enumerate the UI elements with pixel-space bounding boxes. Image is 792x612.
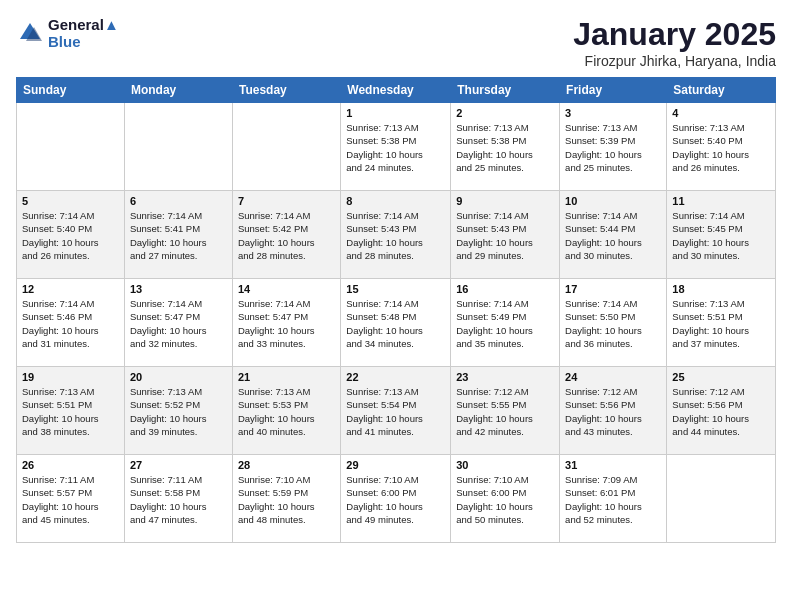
calendar-cell: 9Sunrise: 7:14 AMSunset: 5:43 PMDaylight… bbox=[451, 191, 560, 279]
day-number: 15 bbox=[346, 283, 445, 295]
day-info: Sunrise: 7:13 AMSunset: 5:52 PMDaylight:… bbox=[130, 385, 227, 438]
day-number: 2 bbox=[456, 107, 554, 119]
day-number: 13 bbox=[130, 283, 227, 295]
calendar-week-4: 19Sunrise: 7:13 AMSunset: 5:51 PMDayligh… bbox=[17, 367, 776, 455]
day-info: Sunrise: 7:14 AMSunset: 5:47 PMDaylight:… bbox=[130, 297, 227, 350]
day-info: Sunrise: 7:11 AMSunset: 5:57 PMDaylight:… bbox=[22, 473, 119, 526]
title-block: January 2025 Firozpur Jhirka, Haryana, I… bbox=[573, 16, 776, 69]
day-number: 16 bbox=[456, 283, 554, 295]
day-number: 4 bbox=[672, 107, 770, 119]
calendar-cell: 7Sunrise: 7:14 AMSunset: 5:42 PMDaylight… bbox=[232, 191, 340, 279]
day-number: 7 bbox=[238, 195, 335, 207]
day-number: 18 bbox=[672, 283, 770, 295]
day-info: Sunrise: 7:14 AMSunset: 5:49 PMDaylight:… bbox=[456, 297, 554, 350]
col-header-tuesday: Tuesday bbox=[232, 78, 340, 103]
day-number: 31 bbox=[565, 459, 661, 471]
day-info: Sunrise: 7:11 AMSunset: 5:58 PMDaylight:… bbox=[130, 473, 227, 526]
day-info: Sunrise: 7:14 AMSunset: 5:40 PMDaylight:… bbox=[22, 209, 119, 262]
day-number: 21 bbox=[238, 371, 335, 383]
day-info: Sunrise: 7:14 AMSunset: 5:42 PMDaylight:… bbox=[238, 209, 335, 262]
day-number: 27 bbox=[130, 459, 227, 471]
calendar-cell: 21Sunrise: 7:13 AMSunset: 5:53 PMDayligh… bbox=[232, 367, 340, 455]
calendar-cell: 3Sunrise: 7:13 AMSunset: 5:39 PMDaylight… bbox=[560, 103, 667, 191]
day-number: 5 bbox=[22, 195, 119, 207]
day-number: 19 bbox=[22, 371, 119, 383]
col-header-monday: Monday bbox=[124, 78, 232, 103]
calendar-cell: 2Sunrise: 7:13 AMSunset: 5:38 PMDaylight… bbox=[451, 103, 560, 191]
calendar-cell: 22Sunrise: 7:13 AMSunset: 5:54 PMDayligh… bbox=[341, 367, 451, 455]
day-info: Sunrise: 7:14 AMSunset: 5:45 PMDaylight:… bbox=[672, 209, 770, 262]
calendar-cell: 13Sunrise: 7:14 AMSunset: 5:47 PMDayligh… bbox=[124, 279, 232, 367]
day-number: 20 bbox=[130, 371, 227, 383]
calendar-cell: 24Sunrise: 7:12 AMSunset: 5:56 PMDayligh… bbox=[560, 367, 667, 455]
day-info: Sunrise: 7:14 AMSunset: 5:47 PMDaylight:… bbox=[238, 297, 335, 350]
day-info: Sunrise: 7:14 AMSunset: 5:50 PMDaylight:… bbox=[565, 297, 661, 350]
day-info: Sunrise: 7:14 AMSunset: 5:41 PMDaylight:… bbox=[130, 209, 227, 262]
calendar-cell: 31Sunrise: 7:09 AMSunset: 6:01 PMDayligh… bbox=[560, 455, 667, 543]
day-info: Sunrise: 7:13 AMSunset: 5:51 PMDaylight:… bbox=[672, 297, 770, 350]
day-number: 3 bbox=[565, 107, 661, 119]
calendar-week-1: 1Sunrise: 7:13 AMSunset: 5:38 PMDaylight… bbox=[17, 103, 776, 191]
calendar-cell: 17Sunrise: 7:14 AMSunset: 5:50 PMDayligh… bbox=[560, 279, 667, 367]
page-header: General▲ Blue January 2025 Firozpur Jhir… bbox=[16, 16, 776, 69]
calendar-header-row: SundayMondayTuesdayWednesdayThursdayFrid… bbox=[17, 78, 776, 103]
calendar-cell: 5Sunrise: 7:14 AMSunset: 5:40 PMDaylight… bbox=[17, 191, 125, 279]
calendar-cell: 18Sunrise: 7:13 AMSunset: 5:51 PMDayligh… bbox=[667, 279, 776, 367]
day-info: Sunrise: 7:09 AMSunset: 6:01 PMDaylight:… bbox=[565, 473, 661, 526]
calendar-cell: 14Sunrise: 7:14 AMSunset: 5:47 PMDayligh… bbox=[232, 279, 340, 367]
calendar-cell: 28Sunrise: 7:10 AMSunset: 5:59 PMDayligh… bbox=[232, 455, 340, 543]
day-number: 28 bbox=[238, 459, 335, 471]
calendar-cell: 15Sunrise: 7:14 AMSunset: 5:48 PMDayligh… bbox=[341, 279, 451, 367]
day-number: 29 bbox=[346, 459, 445, 471]
day-number: 11 bbox=[672, 195, 770, 207]
col-header-saturday: Saturday bbox=[667, 78, 776, 103]
calendar-cell bbox=[667, 455, 776, 543]
day-info: Sunrise: 7:10 AMSunset: 5:59 PMDaylight:… bbox=[238, 473, 335, 526]
col-header-sunday: Sunday bbox=[17, 78, 125, 103]
day-number: 30 bbox=[456, 459, 554, 471]
day-info: Sunrise: 7:13 AMSunset: 5:38 PMDaylight:… bbox=[346, 121, 445, 174]
calendar-cell: 23Sunrise: 7:12 AMSunset: 5:55 PMDayligh… bbox=[451, 367, 560, 455]
day-info: Sunrise: 7:14 AMSunset: 5:48 PMDaylight:… bbox=[346, 297, 445, 350]
day-number: 14 bbox=[238, 283, 335, 295]
logo-icon bbox=[16, 19, 44, 47]
calendar-cell: 11Sunrise: 7:14 AMSunset: 5:45 PMDayligh… bbox=[667, 191, 776, 279]
calendar-cell bbox=[124, 103, 232, 191]
day-info: Sunrise: 7:13 AMSunset: 5:39 PMDaylight:… bbox=[565, 121, 661, 174]
month-title: January 2025 bbox=[573, 16, 776, 53]
day-info: Sunrise: 7:14 AMSunset: 5:44 PMDaylight:… bbox=[565, 209, 661, 262]
calendar-week-3: 12Sunrise: 7:14 AMSunset: 5:46 PMDayligh… bbox=[17, 279, 776, 367]
day-info: Sunrise: 7:12 AMSunset: 5:56 PMDaylight:… bbox=[565, 385, 661, 438]
day-info: Sunrise: 7:14 AMSunset: 5:43 PMDaylight:… bbox=[346, 209, 445, 262]
calendar-cell: 6Sunrise: 7:14 AMSunset: 5:41 PMDaylight… bbox=[124, 191, 232, 279]
calendar-cell: 8Sunrise: 7:14 AMSunset: 5:43 PMDaylight… bbox=[341, 191, 451, 279]
calendar-cell: 16Sunrise: 7:14 AMSunset: 5:49 PMDayligh… bbox=[451, 279, 560, 367]
calendar-cell bbox=[17, 103, 125, 191]
logo: General▲ Blue bbox=[16, 16, 119, 50]
day-number: 22 bbox=[346, 371, 445, 383]
day-number: 8 bbox=[346, 195, 445, 207]
calendar-week-2: 5Sunrise: 7:14 AMSunset: 5:40 PMDaylight… bbox=[17, 191, 776, 279]
logo-text: General▲ Blue bbox=[48, 16, 119, 50]
day-info: Sunrise: 7:10 AMSunset: 6:00 PMDaylight:… bbox=[456, 473, 554, 526]
day-number: 23 bbox=[456, 371, 554, 383]
calendar-cell: 19Sunrise: 7:13 AMSunset: 5:51 PMDayligh… bbox=[17, 367, 125, 455]
calendar-cell: 26Sunrise: 7:11 AMSunset: 5:57 PMDayligh… bbox=[17, 455, 125, 543]
day-number: 12 bbox=[22, 283, 119, 295]
calendar-table: SundayMondayTuesdayWednesdayThursdayFrid… bbox=[16, 77, 776, 543]
location: Firozpur Jhirka, Haryana, India bbox=[573, 53, 776, 69]
calendar-cell: 27Sunrise: 7:11 AMSunset: 5:58 PMDayligh… bbox=[124, 455, 232, 543]
day-info: Sunrise: 7:10 AMSunset: 6:00 PMDaylight:… bbox=[346, 473, 445, 526]
day-info: Sunrise: 7:14 AMSunset: 5:43 PMDaylight:… bbox=[456, 209, 554, 262]
calendar-cell: 20Sunrise: 7:13 AMSunset: 5:52 PMDayligh… bbox=[124, 367, 232, 455]
day-info: Sunrise: 7:13 AMSunset: 5:54 PMDaylight:… bbox=[346, 385, 445, 438]
calendar-cell: 30Sunrise: 7:10 AMSunset: 6:00 PMDayligh… bbox=[451, 455, 560, 543]
calendar-cell: 10Sunrise: 7:14 AMSunset: 5:44 PMDayligh… bbox=[560, 191, 667, 279]
day-number: 6 bbox=[130, 195, 227, 207]
day-info: Sunrise: 7:13 AMSunset: 5:51 PMDaylight:… bbox=[22, 385, 119, 438]
day-number: 17 bbox=[565, 283, 661, 295]
day-info: Sunrise: 7:13 AMSunset: 5:40 PMDaylight:… bbox=[672, 121, 770, 174]
calendar-week-5: 26Sunrise: 7:11 AMSunset: 5:57 PMDayligh… bbox=[17, 455, 776, 543]
day-info: Sunrise: 7:12 AMSunset: 5:55 PMDaylight:… bbox=[456, 385, 554, 438]
calendar-cell: 25Sunrise: 7:12 AMSunset: 5:56 PMDayligh… bbox=[667, 367, 776, 455]
